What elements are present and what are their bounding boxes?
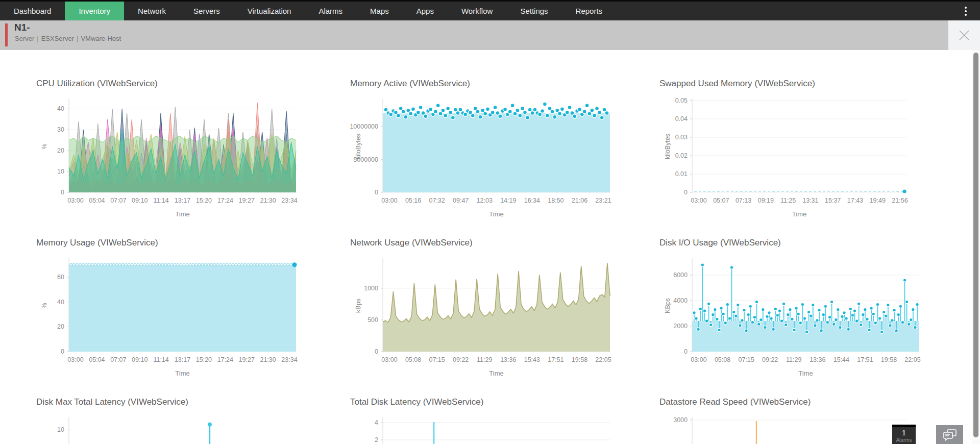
svg-text:0: 0 [375, 189, 378, 196]
svg-text:09:19: 09:19 [758, 197, 774, 204]
chart-datastore-read-speed: Datastore Read Speed (VIWebService) 3000 [659, 396, 917, 444]
alarm-count: 1 [892, 428, 916, 437]
svg-text:15:37: 15:37 [825, 197, 841, 204]
svg-text:kiloBytes: kiloBytes [664, 134, 671, 159]
nav-tab-workflow[interactable]: Workflow [448, 2, 506, 20]
svg-text:0: 0 [684, 348, 688, 355]
svg-text:05:08: 05:08 [405, 356, 421, 363]
svg-text:13:36: 13:36 [810, 356, 825, 363]
svg-text:0: 0 [684, 189, 688, 196]
chart-plot-area[interactable]: 020004000600003:0005:0807:1509:2211:2913… [659, 254, 917, 381]
svg-text:23:21: 23:21 [595, 197, 611, 204]
chart-plot-area[interactable]: 00.010.020.030.040.0503:0005:0707:1309:1… [659, 94, 917, 221]
svg-text:Time: Time [175, 369, 189, 377]
svg-text:0.02: 0.02 [675, 152, 688, 159]
svg-text:07:15: 07:15 [429, 356, 445, 363]
chart-title: Total Disk Latency (VIWebService) [350, 396, 621, 409]
chart-plot-area[interactable]: 3000 [659, 413, 917, 444]
nav-tab-apps[interactable]: Apps [403, 2, 448, 20]
svg-text:20: 20 [57, 323, 64, 330]
nav-tab-network[interactable]: Network [124, 2, 180, 20]
breadcrumb-separator: | [34, 35, 41, 42]
chat-bubbles-icon [942, 428, 958, 441]
nav-tab-settings[interactable]: Settings [506, 2, 561, 20]
svg-text:Time: Time [798, 369, 813, 377]
device-title: N1- [14, 22, 30, 33]
svg-text:05:04: 05:04 [89, 356, 105, 363]
close-panel-button[interactable] [948, 20, 980, 50]
svg-text:21:06: 21:06 [572, 197, 587, 204]
device-breadcrumb: Server|ESXServer|VMware-Host [15, 35, 121, 42]
alarms-count-badge[interactable]: 1 Alarms [892, 425, 916, 444]
device-subcategory: VMware-Host [81, 35, 121, 42]
svg-text:23:34: 23:34 [281, 197, 297, 204]
severity-accent-bar [5, 23, 8, 46]
svg-text:Time: Time [489, 369, 503, 377]
nav-tab-dashboard[interactable]: Dashboard [0, 2, 65, 20]
svg-text:13:17: 13:17 [175, 356, 190, 363]
nav-tab-reports[interactable]: Reports [562, 2, 617, 20]
feedback-chat-button[interactable] [936, 425, 963, 444]
svg-text:03:00: 03:00 [381, 356, 397, 363]
nav-tab-virtualization[interactable]: Virtualization [234, 2, 305, 20]
svg-text:03:00: 03:00 [67, 197, 83, 204]
svg-text:4: 4 [375, 419, 378, 426]
chart-cpu-utilization: CPU Utilization (VIWebService) 010203040… [36, 77, 307, 221]
svg-text:09:47: 09:47 [453, 197, 469, 204]
svg-text:13:31: 13:31 [802, 197, 818, 204]
chart-title: Memory Usage (VIWebService) [36, 236, 307, 250]
svg-text:Time: Time [489, 210, 503, 218]
svg-text:0: 0 [61, 189, 64, 196]
svg-text:23:34: 23:34 [281, 356, 297, 363]
chart-plot-area[interactable]: 050000001000000003:0005:1607:3209:4712:0… [350, 94, 621, 221]
device-category: ESXServer [41, 35, 74, 42]
chart-plot-area[interactable]: 020406003:0005:0407:0709:1011:1413:1715:… [36, 254, 307, 381]
chart-title: CPU Utilization (VIWebService) [36, 77, 307, 90]
chart-memory-active: Memory Active (VIWebService) 05000000100… [350, 77, 621, 221]
nav-tab-alarms[interactable]: Alarms [305, 2, 356, 20]
svg-text:15:20: 15:20 [196, 197, 212, 204]
svg-text:21:30: 21:30 [260, 356, 276, 363]
nav-tab-maps[interactable]: Maps [356, 2, 403, 20]
svg-text:22:05: 22:05 [595, 356, 611, 363]
chart-disk-io-usage: Disk I/O Usage (VIWebService) 0200040006… [659, 236, 917, 381]
nav-tab-inventory[interactable]: Inventory [65, 2, 124, 20]
svg-text:11:29: 11:29 [786, 356, 801, 363]
entity-header: N1- Server|ESXServer|VMware-Host [0, 20, 948, 50]
svg-text:09:22: 09:22 [762, 356, 778, 363]
svg-text:09:10: 09:10 [132, 197, 148, 204]
svg-text:0.01: 0.01 [675, 170, 688, 178]
svg-text:05:04: 05:04 [89, 197, 105, 204]
svg-text:19:27: 19:27 [239, 356, 255, 363]
chart-plot-area[interactable]: 42 [350, 413, 621, 444]
svg-text:30: 30 [57, 126, 64, 133]
svg-text:60: 60 [57, 274, 64, 281]
svg-text:10: 10 [57, 168, 64, 175]
nav-tab-servers[interactable]: Servers [180, 2, 234, 20]
svg-text:07:07: 07:07 [110, 356, 126, 363]
chart-network-usage: Network Usage (VIWebService) 0500100003:… [350, 236, 621, 381]
svg-text:0: 0 [375, 348, 378, 355]
kebab-menu-icon[interactable] [960, 2, 972, 20]
svg-text:21:56: 21:56 [892, 197, 908, 204]
vertical-scrollbar-thumb[interactable] [973, 53, 978, 437]
svg-text:03:00: 03:00 [381, 197, 397, 204]
chart-plot-area[interactable]: 01020304003:0005:0407:0709:1011:1413:171… [36, 94, 307, 221]
svg-text:07:32: 07:32 [429, 197, 445, 204]
svg-text:10000000: 10000000 [350, 123, 378, 130]
svg-text:19:58: 19:58 [572, 356, 587, 363]
chart-plot-area[interactable]: 10 [36, 413, 307, 444]
svg-text:03:00: 03:00 [691, 197, 706, 204]
chart-title: Disk Max Total Latency (VIWebService) [36, 396, 307, 409]
svg-text:500: 500 [368, 316, 378, 324]
svg-text:07:07: 07:07 [110, 197, 126, 204]
svg-text:03:00: 03:00 [691, 356, 706, 363]
svg-text:15:43: 15:43 [524, 356, 540, 363]
svg-text:16:34: 16:34 [524, 197, 540, 204]
svg-text:kBps: kBps [355, 299, 362, 313]
svg-text:13:36: 13:36 [500, 356, 516, 363]
chart-title: Memory Active (VIWebService) [350, 77, 621, 90]
svg-text:19:58: 19:58 [881, 356, 897, 363]
chart-plot-area[interactable]: 0500100003:0005:0807:1509:2211:2913:3615… [350, 254, 621, 381]
alarm-label: Alarms [892, 437, 916, 443]
